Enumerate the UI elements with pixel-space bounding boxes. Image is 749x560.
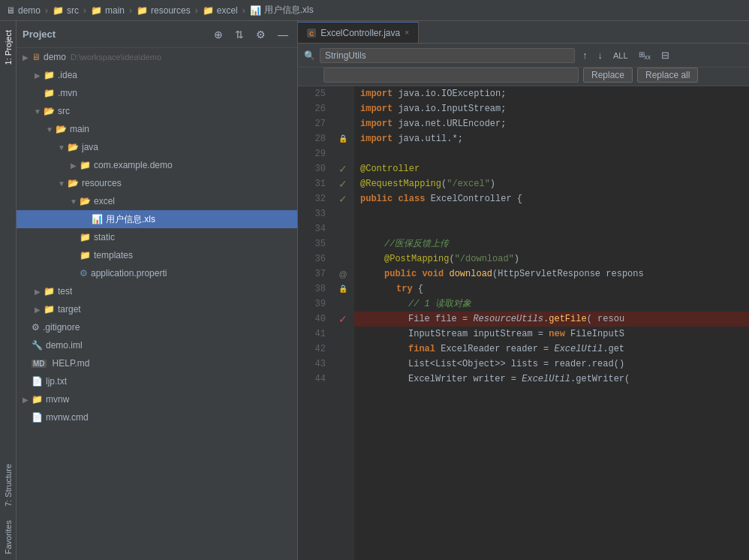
code-line-33: [354, 206, 749, 221]
code-line-28: import java.util.*;: [354, 131, 749, 146]
editor-tab-excelcontroller[interactable]: c ExcelController.java ×: [298, 22, 419, 43]
side-tab-structure[interactable]: 7: Structure: [2, 458, 14, 513]
tree-item-com[interactable]: ▶ 📁 com.example.demo: [17, 156, 297, 174]
code-line-31: @RequestMapping("/excel"): [354, 176, 749, 191]
panel-header: Project ⊕ ⇅ ⚙ —: [17, 21, 297, 48]
folder-icon-demo: 🖥: [32, 52, 41, 62]
tree-item-templates[interactable]: 📁 templates: [17, 246, 297, 264]
code-line-35: //医保反馈上传: [354, 236, 749, 251]
tree-arrow-main: ▼: [44, 125, 56, 134]
tree-item-demoiml[interactable]: 🔧 demo.iml: [17, 336, 297, 354]
code-line-42: final ExcelReader reader = ExcelUtil.get: [354, 342, 749, 357]
tree-item-target[interactable]: ▶ 📁 target: [17, 300, 297, 318]
xls-icon: 📊: [92, 214, 103, 224]
editor-tabs: c ExcelController.java ×: [298, 21, 749, 44]
code-line-39: // 1 读取对象: [354, 297, 749, 312]
txt-icon-mvnwcmd: 📄: [32, 412, 43, 423]
panel-icon-sort[interactable]: ⇅: [232, 27, 247, 42]
tree-item-excel[interactable]: ▼ 📂 excel: [17, 192, 297, 210]
code-line-43: List<List<Object>> lists = reader.read(): [354, 357, 749, 372]
tree-item-xls[interactable]: 📊 用户信息.xls: [17, 210, 297, 228]
code-line-36: @PostMapping("/download"): [354, 251, 749, 266]
code-line-25: import java.io.IOException;: [354, 86, 749, 101]
tree-label-idea: .idea: [58, 70, 77, 80]
tree-label-gitignore: .gitignore: [43, 322, 80, 333]
tree-arrow-java: ▼: [56, 143, 68, 152]
tree-arrow-com: ▶: [68, 161, 80, 170]
tree-item-appprops[interactable]: ⚙ application.properti: [17, 264, 297, 282]
side-tab-favorites[interactable]: Favorites: [2, 514, 14, 560]
find-input[interactable]: [325, 50, 570, 61]
find-input-wrap: [320, 48, 575, 63]
breadcrumb-src-icon: 📁: [53, 5, 64, 16]
project-panel: Project ⊕ ⇅ ⚙ — ▶ 🖥 demo D:\workspace\id…: [17, 21, 298, 560]
props-icon-app: ⚙: [80, 268, 88, 278]
tree-arrow-mvnw: ▶: [20, 396, 32, 404]
find-prev-button[interactable]: ↑: [579, 48, 591, 62]
find-next-button[interactable]: ↓: [595, 48, 606, 62]
file-icon-gitignore: ⚙: [32, 322, 40, 333]
folder-icon-static: 📁: [80, 232, 91, 242]
file-tree: ▶ 🖥 demo D:\workspace\idea\demo ▶ 📁 .ide…: [17, 48, 297, 560]
tree-item-idea[interactable]: ▶ 📁 .idea: [17, 66, 297, 84]
tree-item-demo[interactable]: ▶ 🖥 demo D:\workspace\idea\demo: [17, 48, 297, 66]
code-line-41: InputStream inputStream = new FileInputS: [354, 327, 749, 342]
panel-icon-minimize[interactable]: —: [275, 27, 291, 42]
side-tabs-panel: 1: Project 7: Structure Favorites: [0, 21, 17, 560]
breadcrumb-src[interactable]: src: [67, 5, 79, 16]
tab-label: ExcelController.java: [320, 28, 400, 38]
code-line-27: import java.net.URLEncoder;: [354, 116, 749, 131]
tree-label-templates: templates: [94, 250, 133, 260]
code-content[interactable]: import java.io.IOException; import java.…: [354, 86, 749, 560]
folder-icon-mvnw: 📁: [32, 394, 43, 405]
tree-item-ljptxt[interactable]: 📄 ljp.txt: [17, 372, 297, 390]
breadcrumb-excel-icon: 📁: [203, 5, 214, 16]
find-all-button[interactable]: ALL: [610, 50, 631, 62]
tree-item-mvnwcmd[interactable]: 📄 mvnw.cmd: [17, 408, 297, 426]
tree-demo-path: D:\workspace\idea\demo: [71, 53, 161, 62]
breadcrumb-xls[interactable]: 用户信息.xls: [264, 4, 314, 17]
tree-arrow-resources: ▼: [56, 179, 68, 188]
tree-item-java[interactable]: ▼ 📂 java: [17, 138, 297, 156]
find-bar: 🔍 ↑ ↓ ALL ⊞xx ⊟: [298, 44, 749, 68]
code-line-37: public void download(HttpServletResponse…: [354, 266, 749, 282]
folder-icon-resources: 📂: [68, 178, 79, 188]
tree-item-static[interactable]: 📁 static: [17, 228, 297, 246]
replace-bar: Replace Replace all: [298, 68, 749, 86]
tree-label-mvn: .mvn: [58, 88, 77, 98]
tree-arrow-demo: ▶: [20, 53, 32, 62]
editor-area: c ExcelController.java × 🔍 ↑ ↓ ALL ⊞xx ⊟…: [298, 21, 749, 560]
replace-all-button[interactable]: Replace all: [637, 68, 698, 83]
tree-label-demoiml: demo.iml: [46, 340, 83, 351]
tree-label-resources: resources: [82, 178, 122, 188]
tree-item-mvn[interactable]: 📁 .mvn: [17, 84, 297, 102]
tree-label-xls: 用户信息.xls: [106, 213, 155, 226]
tree-item-src[interactable]: ▼ 📂 src: [17, 102, 297, 120]
tree-label-excel: excel: [94, 196, 115, 206]
breadcrumb-main[interactable]: main: [105, 5, 125, 16]
tree-item-gitignore[interactable]: ⚙ .gitignore: [17, 318, 297, 336]
breadcrumb-resources[interactable]: resources: [151, 5, 191, 16]
tree-label-main: main: [70, 124, 89, 134]
breadcrumb-demo[interactable]: demo: [18, 5, 41, 16]
tree-label-mvnw: mvnw: [46, 394, 69, 405]
breadcrumb-excel[interactable]: excel: [217, 5, 238, 16]
find-filter-button[interactable]: ⊟: [658, 48, 672, 62]
tree-label-appprops: application.properti: [91, 268, 167, 278]
tree-item-resources[interactable]: ▼ 📂 resources: [17, 174, 297, 192]
tree-item-mvnw[interactable]: ▶ 📁 mvnw: [17, 390, 297, 408]
replace-button[interactable]: Replace: [583, 68, 633, 83]
replace-input[interactable]: [329, 70, 573, 80]
tab-close-icon[interactable]: ×: [405, 29, 409, 37]
tree-label-demo: demo: [44, 52, 66, 62]
tree-item-helpmd[interactable]: MD HELP.md: [17, 354, 297, 372]
txt-icon: 📄: [32, 376, 43, 387]
find-words-button[interactable]: ⊞xx: [636, 49, 654, 62]
side-tab-project[interactable]: 1: Project: [2, 24, 14, 71]
tree-item-test[interactable]: ▶ 📁 test: [17, 282, 297, 300]
panel-icon-locate[interactable]: ⊕: [211, 27, 226, 42]
tree-item-main[interactable]: ▼ 📂 main: [17, 120, 297, 138]
panel-icon-settings[interactable]: ⚙: [253, 27, 269, 42]
panel-title: Project: [23, 29, 205, 40]
tree-label-src: src: [58, 106, 70, 116]
